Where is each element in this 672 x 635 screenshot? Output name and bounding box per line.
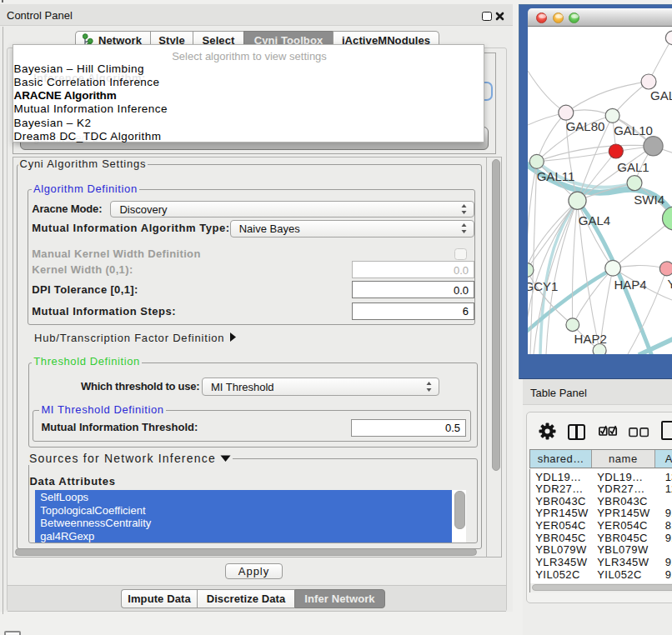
svg-text:GAL11: GAL11: [537, 169, 575, 183]
svg-text:GCY1: GCY1: [528, 279, 558, 293]
svg-text:GAL10: GAL10: [614, 123, 653, 138]
svg-text:HAP4: HAP4: [614, 278, 646, 292]
svg-text:YM: YM: [668, 277, 672, 291]
svg-text:GAL1: GAL1: [617, 160, 649, 174]
svg-text:GAL80: GAL80: [566, 119, 605, 133]
svg-text:GAL7: GAL7: [650, 88, 672, 102]
svg-text:SWI4: SWI4: [634, 192, 664, 207]
svg-text:HAP2: HAP2: [574, 332, 607, 346]
svg-text:GAL4: GAL4: [579, 213, 610, 228]
